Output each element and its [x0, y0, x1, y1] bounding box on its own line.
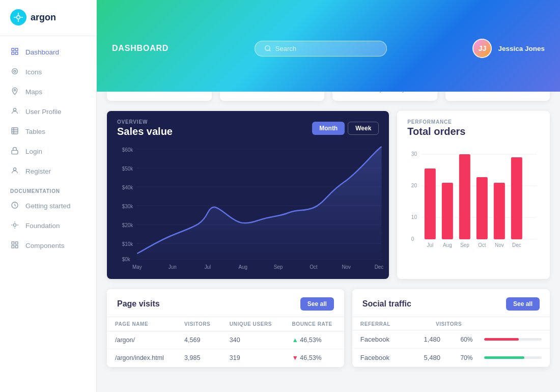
svg-rect-4 — [12, 52, 14, 54]
user-info: JJ Jessica Jones — [472, 39, 545, 58]
page-visits-table: PAGE NAME VISITORS UNIQUE USERS BOUNCE R… — [107, 317, 344, 367]
sidebar-item-getting-started[interactable]: Getting started — [0, 196, 96, 216]
social-row-facebook: Facebook 1,480 60% — [352, 330, 550, 349]
svg-text:Sep: Sep — [460, 242, 469, 248]
avatar-initials: JJ — [473, 40, 491, 57]
sidebar-item-user-profile[interactable]: User Profile — [0, 102, 96, 122]
col-page-name: PAGE NAME — [107, 317, 176, 331]
header-top: DASHBOARD JJ Jessica Jones — [112, 34, 545, 58]
visitors: 4,569 — [176, 331, 221, 349]
page-title: DASHBOARD — [112, 44, 169, 53]
sidebar-item-tables[interactable]: Tables — [0, 122, 96, 142]
svg-rect-3 — [15, 52, 18, 54]
month-button[interactable]: Month — [312, 122, 345, 135]
svg-text:Nov: Nov — [342, 264, 351, 270]
user-profile-icon — [10, 107, 19, 117]
col-bounce-rate: BOUNCE RATE — [284, 317, 344, 331]
social-name: Facebook — [360, 335, 418, 343]
table-row: /argon/ 4,569 340 ▲ 46,53% — [107, 331, 344, 349]
bounce-rate: ▼ 46,53% — [284, 349, 344, 367]
svg-rect-10 — [12, 150, 18, 154]
sidebar-item-label: Dashboard — [25, 48, 59, 56]
col-visitors: VISITORS — [176, 317, 221, 331]
svg-rect-14 — [12, 242, 14, 244]
sidebar-item-foundation[interactable]: Foundation — [0, 216, 96, 236]
getting-started-icon — [10, 201, 19, 211]
orders-chart-svg: 30 20 10 0 — [405, 147, 542, 259]
social-bar-bg — [484, 338, 542, 341]
svg-text:Oct: Oct — [478, 242, 486, 248]
sidebar-item-label: User Profile — [25, 108, 62, 116]
svg-rect-2 — [15, 48, 18, 51]
social-bar-bg — [484, 356, 542, 359]
sidebar-item-label: Register — [25, 167, 51, 175]
social-bar-fill — [484, 338, 519, 341]
bounce-rate: ▲ 46,53% — [284, 331, 344, 349]
documentation-label: Documentation — [0, 181, 96, 196]
social-col-visitors: VISITORS — [436, 321, 466, 327]
social-visitors: 1,480 — [424, 335, 454, 343]
svg-point-7 — [14, 89, 15, 91]
foundation-icon — [10, 221, 19, 231]
social-row-facebook2: Facebook 5,480 70% — [352, 349, 550, 367]
svg-text:Jun: Jun — [169, 264, 177, 270]
social-visitors: 5,480 — [424, 354, 454, 361]
bar-jul — [425, 169, 436, 239]
sidebar-item-maps[interactable]: Maps — [0, 82, 96, 102]
sidebar-nav: Dashboard Icons Maps User Profile Tables — [0, 38, 96, 392]
bottom-row: Page visits See all PAGE NAME VISITORS U… — [107, 289, 550, 367]
content: TRAFFIC 350,897 +3.48% Since last month … — [97, 51, 560, 392]
svg-text:Sep: Sep — [274, 264, 283, 270]
sidebar-item-label: Components — [25, 242, 65, 249]
orders-chart-card: PERFORMANCE Total orders 30 20 10 0 — [397, 111, 550, 279]
register-icon — [10, 166, 19, 176]
social-traffic-title: Social traffic — [362, 299, 411, 309]
svg-text:$10k: $10k — [122, 241, 133, 247]
bar-oct — [477, 177, 488, 239]
search-bar — [255, 41, 387, 57]
avatar: JJ — [472, 39, 492, 58]
search-input[interactable] — [275, 45, 377, 52]
orders-label: PERFORMANCE — [407, 119, 540, 125]
svg-point-8 — [13, 108, 16, 111]
sidebar-item-register[interactable]: Register — [0, 161, 96, 181]
sidebar-item-dashboard[interactable]: Dashboard — [0, 42, 96, 62]
sidebar-item-label: Login — [25, 148, 42, 155]
sidebar-item-components[interactable]: Components — [0, 236, 96, 256]
dashboard-icon — [10, 47, 19, 57]
page-visits-header: Page visits See all — [107, 289, 344, 317]
bar-dec — [511, 157, 522, 239]
bar-sep — [459, 154, 470, 239]
col-unique-users: UNIQUE USERS — [221, 317, 284, 331]
social-bar-fill — [484, 356, 524, 359]
svg-text:Jul: Jul — [427, 242, 434, 248]
social-name: Facebook — [360, 354, 418, 361]
svg-text:$60k: $60k — [122, 147, 133, 153]
sidebar-item-icons[interactable]: Icons — [0, 62, 96, 82]
social-pct: 60% — [460, 336, 478, 343]
svg-text:Oct: Oct — [310, 264, 318, 270]
charts-row: OVERVIEW Sales value Month Week $60k $50… — [107, 111, 550, 279]
sidebar-item-label: Tables — [25, 128, 45, 135]
svg-point-0 — [17, 16, 20, 19]
bar-nov — [494, 183, 505, 239]
page-name: /argon/index.html — [107, 349, 176, 367]
components-icon — [10, 241, 19, 250]
svg-rect-16 — [12, 245, 14, 248]
sidebar-item-label: Maps — [25, 88, 42, 96]
orders-title: Total orders — [407, 126, 540, 137]
week-button[interactable]: Week — [348, 122, 379, 135]
logo: argon — [0, 0, 96, 34]
page-visits-see-all[interactable]: See all — [300, 297, 334, 311]
login-icon — [10, 147, 19, 156]
svg-text:20: 20 — [411, 183, 417, 188]
social-traffic-see-all[interactable]: See all — [506, 297, 540, 311]
sidebar-item-label: Icons — [25, 68, 42, 76]
sidebar-item-login[interactable]: Login — [0, 142, 96, 161]
logo-text: argon — [31, 12, 56, 23]
orders-chart-header: PERFORMANCE Total orders — [397, 111, 550, 142]
svg-text:Aug: Aug — [443, 242, 452, 248]
sidebar: argon Dashboard Icons Maps User Profile — [0, 0, 97, 392]
svg-text:$40k: $40k — [122, 185, 133, 190]
svg-point-13 — [13, 223, 16, 226]
